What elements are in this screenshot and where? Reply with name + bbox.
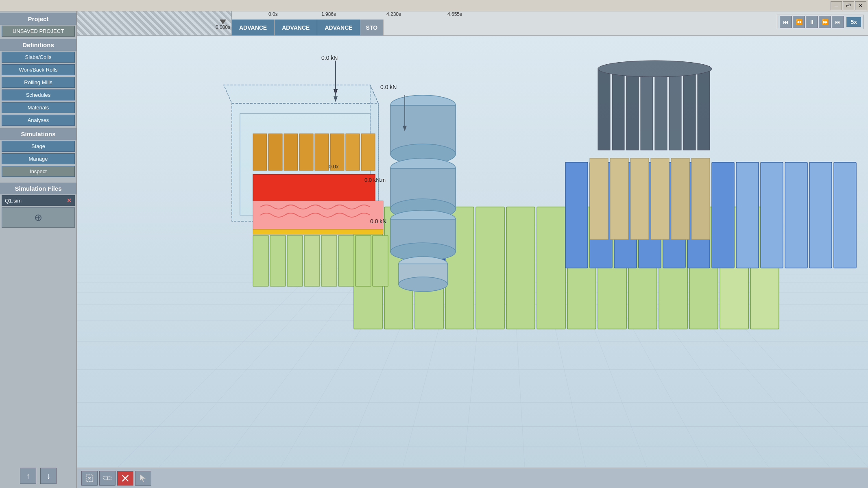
select-all-icon: [85, 474, 94, 483]
svg-rect-31: [506, 207, 535, 329]
content-area: 0.000s 0.0s 1.986s 4.230s 4.655s ADVANCE…: [77, 11, 868, 488]
simulations-section-title: Simulations: [0, 128, 76, 140]
svg-marker-55: [224, 85, 378, 103]
svg-rect-32: [537, 207, 565, 329]
sidebar: Project UNSAVED PROJECT Definitions Slab…: [0, 11, 77, 488]
svg-rect-40: [565, 162, 588, 268]
ts-1: 1.986s: [321, 11, 336, 17]
time-indicator: 0.000s: [216, 20, 230, 30]
materials-button[interactable]: Materials: [2, 102, 75, 113]
inspect-button[interactable]: Inspect: [2, 166, 75, 177]
svg-rect-118: [107, 477, 111, 479]
add-icon: ⊕: [34, 212, 42, 223]
svg-rect-50: [809, 162, 832, 268]
bottom-toolbar: [77, 468, 868, 488]
svg-rect-91: [641, 69, 653, 150]
cancel-tool-button[interactable]: [117, 471, 133, 486]
project-section-title: Project: [0, 13, 76, 25]
svg-rect-64: [361, 134, 375, 170]
sim-file-close-button[interactable]: ✕: [67, 197, 72, 204]
svg-rect-92: [655, 69, 667, 150]
svg-rect-47: [736, 162, 759, 268]
svg-text:0.0 kN.m: 0.0 kN.m: [364, 177, 386, 183]
work-back-rolls-button[interactable]: Work/Back Rolls: [2, 64, 75, 75]
svg-rect-70: [287, 235, 303, 286]
svg-rect-49: [785, 162, 807, 268]
schedules-button[interactable]: Schedules: [2, 89, 75, 100]
step-back-button[interactable]: ⏪: [793, 16, 805, 28]
svg-rect-69: [270, 235, 286, 286]
svg-rect-67: [253, 229, 383, 234]
analyses-button[interactable]: Analyses: [2, 115, 75, 126]
pause-button[interactable]: ⏸: [806, 16, 818, 28]
svg-rect-68: [253, 235, 268, 286]
stop-button[interactable]: STO: [360, 20, 384, 35]
svg-point-87: [399, 277, 447, 292]
svg-text:0.0 kN: 0.0 kN: [380, 84, 397, 90]
playback-controls: ⏮ ⏪ ⏸ ⏩ ⏭ 5x: [777, 15, 864, 29]
svg-rect-65: [253, 174, 375, 201]
svg-rect-74: [355, 235, 371, 286]
svg-rect-90: [626, 69, 639, 150]
svg-rect-73: [338, 235, 354, 286]
step-forward-button[interactable]: ⏩: [819, 16, 831, 28]
select-all-tool-button[interactable]: [81, 471, 98, 486]
project-name-button[interactable]: UNSAVED PROJECT: [2, 26, 75, 37]
svg-rect-100: [651, 158, 669, 240]
select-region-icon: [103, 474, 112, 483]
svg-rect-95: [698, 69, 710, 150]
svg-rect-88: [598, 69, 610, 150]
sim-file-name: Q1.sim: [5, 198, 22, 204]
svg-rect-101: [671, 158, 689, 240]
svg-point-96: [598, 61, 712, 77]
advance-button-3[interactable]: ADVANCE: [317, 20, 360, 35]
svg-rect-93: [669, 69, 681, 150]
manage-button[interactable]: Manage: [2, 153, 75, 164]
advance-button-1[interactable]: ADVANCE: [232, 20, 275, 35]
minimize-button[interactable]: ─: [831, 1, 842, 10]
title-bar: ─ 🗗 ✕: [0, 0, 868, 11]
close-button[interactable]: ✕: [855, 1, 866, 10]
svg-rect-58: [268, 134, 282, 170]
svg-rect-61: [315, 134, 329, 170]
sim-file-row[interactable]: Q1.sim ✕: [2, 195, 75, 206]
timeline-bar: 0.000s 0.0s 1.986s 4.230s 4.655s ADVANCE…: [77, 11, 868, 36]
svg-rect-60: [299, 134, 313, 170]
svg-rect-46: [712, 162, 734, 268]
advance-button-2[interactable]: ADVANCE: [275, 20, 317, 35]
svg-rect-71: [304, 235, 320, 286]
rolling-mills-button[interactable]: Rolling Mills: [2, 77, 75, 88]
svg-rect-102: [691, 158, 710, 240]
current-time-label: 0.000s: [216, 24, 230, 30]
3d-viewport[interactable]: 0.0 kN 0.0 kN 0.0x 0.0 kN.m 0.0 kN: [77, 36, 868, 468]
svg-rect-94: [683, 69, 696, 150]
arrow-down-button[interactable]: ↓: [40, 468, 57, 484]
svg-rect-57: [253, 134, 267, 170]
ts-3: 4.655s: [447, 11, 462, 17]
svg-rect-98: [610, 158, 628, 240]
slabs-coils-button[interactable]: Slabs/Coils: [2, 52, 75, 63]
svg-marker-121: [140, 474, 146, 481]
svg-rect-99: [630, 158, 649, 240]
pointer-icon: [139, 474, 148, 483]
svg-text:0.0 kN: 0.0 kN: [321, 54, 338, 61]
stage-button[interactable]: Stage: [2, 141, 75, 152]
svg-rect-97: [590, 158, 608, 240]
timeline-hatched-region: 0.000s: [77, 11, 232, 35]
svg-text:0.0x: 0.0x: [329, 163, 339, 170]
restore-button[interactable]: 🗗: [843, 1, 854, 10]
svg-text:0.0 kN: 0.0 kN: [370, 218, 386, 224]
svg-rect-30: [476, 207, 504, 329]
playback-speed: 5x: [846, 17, 861, 27]
svg-rect-72: [321, 235, 337, 286]
skip-to-start-button[interactable]: ⏮: [780, 16, 792, 28]
skip-to-end-button[interactable]: ⏭: [832, 16, 844, 28]
pointer-tool-button[interactable]: [135, 471, 151, 486]
select-region-tool-button[interactable]: [99, 471, 116, 486]
svg-rect-63: [346, 134, 360, 170]
ts-2: 4.230s: [386, 11, 401, 17]
add-simulation-button[interactable]: ⊕: [2, 207, 75, 228]
arrow-up-button[interactable]: ↑: [20, 468, 36, 484]
definitions-section-title: Definitions: [0, 39, 76, 51]
svg-rect-75: [373, 235, 388, 286]
